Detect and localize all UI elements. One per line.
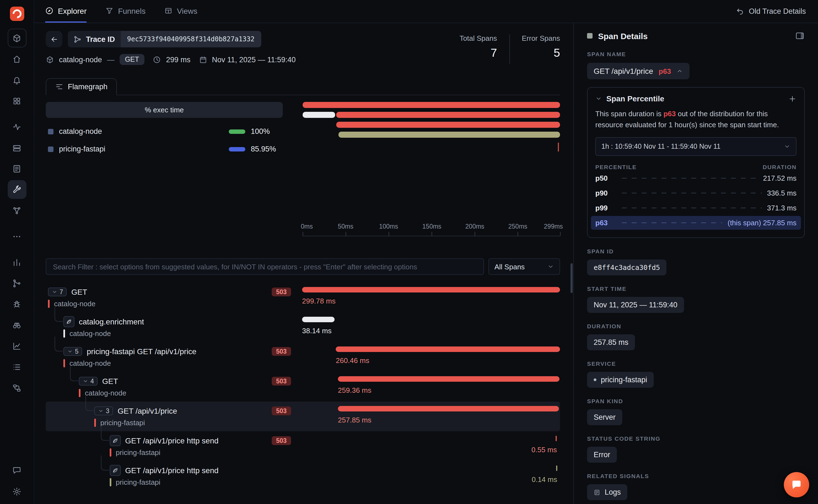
chevron-down-icon [98,408,104,413]
axis-tick-label: 150ms [422,223,441,230]
trace-id-label: Trace ID [86,35,115,43]
content: Trace ID 9ec5733f940409958f314d0b827a133… [34,23,818,504]
collapse-toggle[interactable]: 5 [63,347,82,356]
sidebar-item-dashboards[interactable] [7,91,26,110]
help-chat-button[interactable] [784,472,809,497]
percentile-description: This span duration is p63 out of the dis… [595,109,797,131]
back-button[interactable] [46,31,62,47]
sidebar-item-usage[interactable] [7,253,26,272]
queue-icon [12,206,21,215]
plus-icon[interactable] [788,94,797,103]
logs-button[interactable]: Logs [587,484,628,500]
sidebar-item-exceptions[interactable] [7,295,26,313]
sidebar-item-metrics[interactable] [7,337,26,355]
trace-datetime: Nov 11, 2025 — 11:59:40 [212,55,296,64]
trace-id-chip[interactable]: Trace ID 9ec5733f940409958f314d0b827a133… [68,31,261,47]
sidebar-item-alert-rules[interactable] [7,357,26,376]
span-row[interactable]: GET /api/v1/price http send503pricing-fa… [46,431,560,461]
legend-row[interactable]: pricing-fastapi85.95% [46,145,283,153]
percentile-leader [622,223,722,223]
collapse-toggle[interactable]: 4 [79,376,98,385]
sidebar [0,0,34,504]
span-name-label: SPAN NAME [587,51,805,57]
duration-bar[interactable] [556,465,557,471]
duration-bar[interactable] [338,376,560,382]
collapse-toggle[interactable]: 7 [48,287,67,296]
tab-flamegraph[interactable]: Flamegraph [46,78,117,95]
flame-span-bar[interactable] [302,112,335,118]
legend-row[interactable]: catalog-node100% [46,127,283,136]
sidebar-item-more[interactable] [7,227,26,246]
flame-span-bar[interactable] [302,102,560,108]
sidebar-item-infrastructure[interactable] [7,138,26,157]
desc-part-1: This span duration is [595,110,663,118]
tab-funnels[interactable]: Funnels [105,0,145,23]
span-row[interactable]: 7GET503catalog-node299.78 ms [46,283,560,312]
topbar: ExplorerFunnelsViews Old Trace Details [34,0,818,23]
stats-divider [509,34,510,64]
span-row[interactable]: 5pricing-fastapi GET /api/v1/price503cat… [46,342,560,372]
sidebar-item-integrations[interactable] [7,274,26,292]
sidebar-item-logo[interactable] [7,4,26,23]
signoz-logo-icon [10,7,24,21]
status-code-badge: 503 [272,406,291,415]
sidebar-item-explore[interactable] [7,316,26,334]
duration-bar[interactable] [336,346,560,352]
sidebar-item-alerts[interactable] [7,71,26,89]
flame-span-bar[interactable] [336,122,560,128]
span-percentile-title: Span Percentile [606,94,664,103]
duration-bar[interactable] [302,317,335,322]
duration-bar[interactable] [556,436,557,441]
chevron-up-icon[interactable] [677,68,683,74]
sidebar-item-messaging-queues[interactable] [7,201,26,220]
start-time-value: Nov 11, 2025 — 11:59:40 [587,297,684,313]
service-color-tick [63,329,65,338]
old-trace-details-link[interactable]: Old Trace Details [736,0,806,23]
collapse-toggle[interactable]: 3 [94,406,113,415]
span-row[interactable]: 4GET503catalog-node259.36 ms [46,372,560,402]
dots-icon [12,232,21,241]
tree-connector [101,456,109,470]
duration-bar[interactable] [338,406,559,411]
leaf-span-icon [110,435,121,446]
status-code-badge: 503 [272,287,291,296]
tab-views[interactable]: Views [164,0,197,23]
sidebar-item-settings[interactable] [7,482,26,501]
tab-explorer[interactable]: Explorer [45,0,87,23]
sidebar-item-pipelines[interactable] [7,378,26,397]
logs-icon [594,489,600,496]
flame-span-bar[interactable] [338,132,560,138]
status-code-badge: 503 [272,436,291,445]
flamegraph-chart[interactable]: 0ms50ms100ms150ms200ms250ms299ms [302,102,560,253]
panel-header: Span Details [587,31,805,41]
percentile-table-header: PERCENTILE DURATION [595,164,797,170]
trace-header-left: Trace ID 9ec5733f940409958f314d0b827a133… [46,31,296,65]
service-color-tick [48,300,50,308]
span-row[interactable]: catalog.enrichmentcatalog-node38.14 ms [46,312,560,342]
sidebar-item-traces[interactable] [7,180,26,199]
span-filter-input[interactable] [46,258,484,275]
sidebar-item-services[interactable] [7,117,26,136]
span-id-label: SPAN ID [587,248,805,255]
duration-bar[interactable] [302,287,560,292]
span-name-chip[interactable]: GET /api/v1/price p63 [587,63,690,79]
span-scope-select[interactable]: All Spans [489,258,560,275]
span-name: GET [102,376,118,385]
span-row[interactable]: GET /api/v1/price http sendpricing-fasta… [46,461,560,491]
chevron-down-icon[interactable] [595,95,602,102]
sidebar-item-logs[interactable] [7,159,26,178]
bug-icon [12,299,21,309]
span-row[interactable]: 3GET /api/v1/price503pricing-fastapi257.… [46,402,560,431]
panel-right-icon[interactable] [795,31,805,41]
cube-icon [12,33,21,43]
percentile-name: p99 [595,204,616,212]
grid-icon [12,96,21,105]
time-range-select[interactable]: 1h : 10:59:40 Nov 11 - 11:59:40 Nov 11 [595,137,797,156]
sidebar-item-support[interactable] [7,460,26,479]
sidebar-item-get-started[interactable] [7,29,26,47]
span-name: GET /api/v1/price http send [125,436,218,445]
sidebar-item-home[interactable] [7,50,26,68]
service-color-tick [94,419,96,427]
flame-span-bar[interactable] [336,112,560,118]
scrollbar-thumb[interactable] [571,263,573,293]
